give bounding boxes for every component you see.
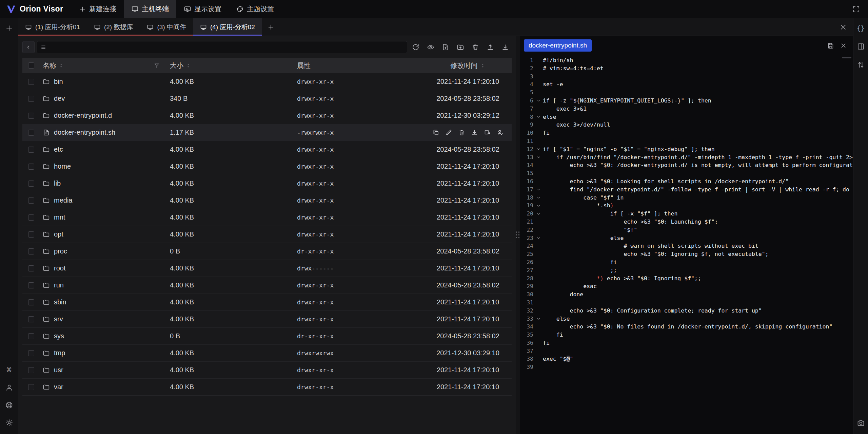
row-checkbox[interactable] xyxy=(28,214,34,221)
back-button[interactable] xyxy=(22,41,35,53)
table-row[interactable]: root4.00 KBdrwx------2021-11-24 17:20:10 xyxy=(22,260,512,277)
row-checkbox[interactable] xyxy=(28,248,34,254)
file-name-cell[interactable]: dev xyxy=(43,95,170,102)
sort-icon[interactable] xyxy=(185,63,191,69)
file-name-cell[interactable]: sys xyxy=(43,332,170,340)
fold-chevron-icon[interactable] xyxy=(534,186,543,194)
fold-chevron-icon[interactable] xyxy=(534,145,543,153)
file-name-cell[interactable]: home xyxy=(43,163,170,170)
download-button[interactable] xyxy=(499,41,512,53)
support-button[interactable] xyxy=(3,399,16,412)
row-checkbox[interactable] xyxy=(28,181,34,187)
file-name-cell[interactable]: srv xyxy=(43,315,170,323)
screenshot-button[interactable] xyxy=(854,416,867,429)
panel-resizer[interactable] xyxy=(516,36,520,434)
file-name-cell[interactable]: opt xyxy=(43,230,170,238)
row-download-button[interactable] xyxy=(471,129,478,136)
table-row[interactable]: bin4.00 KBdrwxr-xr-x2021-11-24 17:20:10 xyxy=(22,73,512,90)
row-checkbox[interactable] xyxy=(28,231,34,238)
new-terminal-button[interactable] xyxy=(3,22,16,35)
row-checkbox[interactable] xyxy=(28,299,34,305)
table-row[interactable]: mnt4.00 KBdrwxr-xr-x2021-11-24 17:20:10 xyxy=(22,209,512,226)
table-row[interactable]: srv4.00 KBdrwxr-xr-x2021-11-24 17:20:10 xyxy=(22,311,512,328)
row-checkbox[interactable] xyxy=(28,96,34,102)
table-row[interactable]: opt4.00 KBdrwxr-xr-x2021-11-24 17:20:10 xyxy=(22,226,512,243)
menu-item-3[interactable]: 主题设置 xyxy=(229,0,281,18)
row-checkbox[interactable] xyxy=(28,265,34,271)
close-panel-button[interactable] xyxy=(837,21,850,34)
table-row[interactable]: docker-entrypoint.d4.00 KBdrwxr-xr-x2021… xyxy=(22,107,512,124)
save-button[interactable] xyxy=(825,40,836,51)
table-row[interactable]: var4.00 KBdrwxr-xr-x2021-11-24 17:20:10 xyxy=(22,379,512,396)
table-row[interactable]: tmp4.00 KBdrwxrwxrwx2021-12-30 03:29:10 xyxy=(22,345,512,362)
sort-icon[interactable] xyxy=(480,63,486,69)
file-name-cell[interactable]: docker-entrypoint.sh xyxy=(43,129,170,136)
menu-item-0[interactable]: 新建连接 xyxy=(71,0,124,18)
preview-button[interactable] xyxy=(424,41,437,53)
terminal-tab-2[interactable]: (2) 数据库 xyxy=(87,18,140,36)
row-checkbox[interactable] xyxy=(28,384,34,390)
terminal-tab-4[interactable]: (4) 应用-分析02 xyxy=(193,18,262,36)
row-copy-button[interactable] xyxy=(432,129,439,136)
fold-chevron-icon[interactable] xyxy=(534,97,543,105)
menu-item-1[interactable]: 主机终端 xyxy=(124,0,176,18)
file-name-cell[interactable]: lib xyxy=(43,180,170,187)
table-row[interactable]: media4.00 KBdrwxr-xr-x2021-11-24 17:20:1… xyxy=(22,192,512,209)
header-name[interactable]: 名称 xyxy=(43,61,170,70)
table-row[interactable]: lib4.00 KBdrwxr-xr-x2021-11-24 17:20:10 xyxy=(22,175,512,192)
new-folder-button[interactable] xyxy=(454,41,467,53)
fullscreen-button[interactable] xyxy=(850,3,863,16)
code-area[interactable]: 1#!/bin/sh2# vim:sw=4:ts=4:et34set -e56i… xyxy=(520,55,853,434)
file-name-cell[interactable]: etc xyxy=(43,146,170,153)
fold-chevron-icon[interactable] xyxy=(534,153,543,162)
file-name-cell[interactable]: root xyxy=(43,264,170,272)
row-checkbox[interactable] xyxy=(28,113,34,119)
shortcut-button[interactable]: ⌘ xyxy=(3,363,16,376)
table-row[interactable]: etc4.00 KBdrwxr-xr-x2024-05-28 23:58:02 xyxy=(22,141,512,158)
settings-button[interactable] xyxy=(3,416,16,429)
user-button[interactable] xyxy=(3,381,16,394)
file-name-cell[interactable]: bin xyxy=(43,78,170,86)
file-name-cell[interactable]: proc xyxy=(43,247,170,255)
row-checkbox[interactable] xyxy=(28,316,34,322)
swap-button[interactable] xyxy=(854,58,867,71)
add-tab-button[interactable] xyxy=(262,18,280,36)
refresh-button[interactable] xyxy=(409,41,422,53)
upload-button[interactable] xyxy=(484,41,497,53)
table-row[interactable]: sbin4.00 KBdrwxr-xr-x2021-11-24 17:20:10 xyxy=(22,294,512,311)
table-row[interactable]: docker-entrypoint.sh1.17 KB-rwxrwxr-x xyxy=(22,124,512,141)
menu-item-2[interactable]: 显示设置 xyxy=(176,0,229,18)
new-file-button[interactable] xyxy=(439,41,452,53)
row-checkbox[interactable] xyxy=(28,164,34,170)
fold-chevron-icon[interactable] xyxy=(534,113,543,121)
fold-chevron-icon[interactable] xyxy=(534,202,543,210)
delete-button[interactable] xyxy=(469,41,482,53)
row-checkbox[interactable] xyxy=(28,367,34,373)
table-row[interactable]: home4.00 KBdrwxr-xr-x2021-11-24 17:20:10 xyxy=(22,158,512,175)
file-name-cell[interactable]: var xyxy=(43,383,170,391)
header-size[interactable]: 大小 xyxy=(170,61,297,70)
row-delete-button[interactable] xyxy=(458,129,465,136)
row-move-button[interactable] xyxy=(484,129,491,136)
row-checkbox[interactable] xyxy=(28,130,34,136)
scrollbar-thumb[interactable] xyxy=(842,57,851,58)
table-row[interactable]: dev340 Bdrwxr-xr-x2024-05-28 23:58:02 xyxy=(22,90,512,107)
select-all-checkbox[interactable] xyxy=(28,62,34,69)
terminal-tab-3[interactable]: (3) 中间件 xyxy=(140,18,193,36)
fold-chevron-icon[interactable] xyxy=(534,210,543,218)
file-name-cell[interactable]: tmp xyxy=(43,349,170,357)
sort-icon[interactable] xyxy=(58,63,64,69)
fold-chevron-icon[interactable] xyxy=(534,234,543,242)
row-checkbox[interactable] xyxy=(28,197,34,204)
table-row[interactable]: proc0 Bdr-xr-xr-x2024-05-28 23:58:02 xyxy=(22,243,512,260)
path-input[interactable] xyxy=(37,41,407,53)
file-name-cell[interactable]: run xyxy=(43,281,170,289)
fold-chevron-icon[interactable] xyxy=(534,315,543,323)
file-name-cell[interactable]: mnt xyxy=(43,213,170,221)
table-row[interactable]: usr4.00 KBdrwxr-xr-x2021-11-24 17:20:10 xyxy=(22,362,512,379)
row-checkbox[interactable] xyxy=(28,147,34,153)
file-name-cell[interactable]: sbin xyxy=(43,298,170,306)
file-name-cell[interactable]: docker-entrypoint.d xyxy=(43,112,170,119)
file-name-cell[interactable]: usr xyxy=(43,366,170,374)
terminal-tab-1[interactable]: (1) 应用-分析01 xyxy=(18,18,87,36)
